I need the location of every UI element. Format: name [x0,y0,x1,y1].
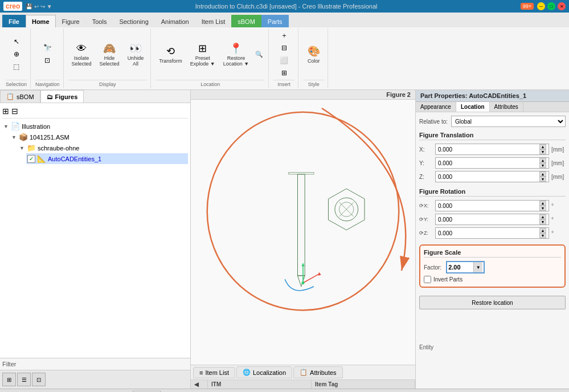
tab-home[interactable]: Home [26,15,56,27]
tab-tools[interactable]: Tools [86,15,113,27]
color-button[interactable]: 🎨 Color [304,42,324,66]
hide-selected-button[interactable]: 🙈 HideSelected [96,39,123,69]
subtab-appearance[interactable]: Appearance [416,102,456,112]
rx-input-box: ▲ ▼ [435,200,549,211]
rx-spin-up[interactable]: ▲ [539,201,546,206]
subtab-location[interactable]: Location [456,102,490,112]
tab-figure[interactable]: Figure [56,15,86,27]
nav-btn-2[interactable]: ⊡ [40,55,55,66]
ribbon-tab-bar: File Home Figure Tools Sectioning Animat… [0,13,569,27]
view-btn-2[interactable]: ☰ [17,373,31,386]
tz-input[interactable] [438,174,539,180]
tab-item-list[interactable]: Item List [195,15,232,27]
tree-expand-icon[interactable]: ⊞ [2,107,9,116]
tz-spin-down[interactable]: ▼ [539,177,546,182]
tab-sectioning[interactable]: Sectioning [113,15,154,27]
insert-btn-3[interactable]: ⬜ [277,55,292,66]
rx-spin-down[interactable]: ▼ [539,206,546,211]
insert-label: Insert [273,80,294,87]
minimize-button[interactable]: ─ [537,2,545,10]
rz-spin-down[interactable]: ▼ [539,233,546,238]
restore-location-btn[interactable]: Restore location [419,296,566,309]
tab-item-list[interactable]: ≡ Item List [193,367,235,378]
rx-input[interactable] [438,203,539,209]
rz-input-box: ▲ ▼ [435,227,549,239]
tx-spin-down[interactable]: ▼ [539,149,546,154]
tab-sbom[interactable]: sBOM [231,15,261,27]
select-btn-2[interactable]: ⊕ [9,48,24,60]
insert-btn-1[interactable]: ＋ [277,30,292,41]
ry-spinner[interactable]: ▲ ▼ [539,214,546,224]
tab-file[interactable]: File [2,15,26,27]
close-button[interactable]: ✕ [558,2,566,10]
ty-spin-down[interactable]: ▼ [539,163,546,168]
view-btn-3[interactable]: ⊡ [32,373,46,386]
insert-btn-2[interactable]: ⊟ [277,42,292,54]
ry-spin-down[interactable]: ▼ [539,219,546,224]
invert-parts-label: Invert Parts [433,276,462,283]
canvas-header: Figure 2 [191,90,415,100]
ty-spinner[interactable]: ▲ ▼ [539,158,546,168]
right-panel-subtabs: Appearance Location Attributes [416,102,569,112]
filter-label: Filter [2,361,16,368]
canvas-area[interactable] [191,100,415,365]
right-panel: Part Properties: AutoCADEntities_1 Appea… [415,90,569,389]
ty-input[interactable] [438,160,539,166]
tx-spin-up[interactable]: ▲ [539,144,546,149]
ry-label: ⟳Y: [419,217,433,222]
tree-item-schraube[interactable]: ▼ 📁 schraube-ohne [18,142,188,153]
tab-figures-tree[interactable]: 🗂 Figures [40,90,84,103]
tz-spinner[interactable]: ▲ ▼ [539,172,546,182]
location-buttons: ⟲ Transform ⊞ PresetExplode ▼ 📍 RestoreL… [155,30,265,79]
restore-location-button[interactable]: 📍 RestoreLocation ▼ [220,39,252,69]
tab-animation[interactable]: Animation [155,15,195,27]
isolate-selected-button[interactable]: 👁 IsolateSelected [68,39,95,69]
rz-spinner[interactable]: ▲ ▼ [539,228,546,238]
rz-input[interactable] [438,230,539,236]
factor-dropdown[interactable]: ▼ [473,262,482,272]
factor-input[interactable] [448,264,473,271]
view-btn-1[interactable]: ⊞ [2,373,16,386]
tab-localization[interactable]: 🌐 Localization [236,366,292,378]
transform-icon: ⟲ [163,44,177,58]
svg-point-13 [301,281,304,284]
invert-parts-checkbox[interactable] [424,276,431,283]
style-buttons: 🎨 Color [304,30,324,79]
subtab-attributes[interactable]: Attributes [490,102,523,112]
maximize-button[interactable]: □ [547,2,555,10]
tab-parts[interactable]: Parts [261,15,289,27]
ry-input[interactable] [438,217,539,223]
rx-spinner[interactable]: ▲ ▼ [539,201,546,211]
display-label: Display [68,80,148,87]
tree-item-asm[interactable]: ▼ 📦 1041251.ASM [10,132,188,142]
tab-attributes[interactable]: 📋 Attributes [293,366,342,378]
location-search-btn[interactable]: 🔍 [253,51,265,58]
factor-label: Factor: [424,264,441,271]
unhide-all-button[interactable]: 👀 UnhideAll [124,39,148,69]
select-btn-1[interactable]: ↖ [9,36,24,47]
ry-spin-up[interactable]: ▲ [539,214,546,219]
tree-collapse-icon[interactable]: ⊟ [11,107,18,116]
ty-spin-up[interactable]: ▲ [539,158,546,163]
nav-btn-1[interactable]: 🔭 [40,42,55,54]
preset-explode-button[interactable]: ⊞ PresetExplode ▼ [187,39,219,69]
tx-input-box: 0.000 ▲ ▼ [435,144,549,155]
window-controls[interactable]: ─ □ ✕ [537,2,566,10]
tree-toolbar: ⊞ ⊟ [2,105,188,119]
rz-spin-up[interactable]: ▲ [539,228,546,233]
autocad-checkbox[interactable]: ✓ [27,155,35,163]
insert-btn-4[interactable]: ⊞ [277,67,292,79]
select-btn-3[interactable]: ⬚ [9,61,24,72]
transform-button[interactable]: ⟲ Transform [155,42,186,66]
tree-item-autocad[interactable]: ✓ 📐 AutoCADEntities_1 [26,153,188,164]
tab-sbom-tree[interactable]: 📋 sBOM [0,90,40,103]
tx-input[interactable]: 0.000 [438,146,539,153]
insert-icon-1: ＋ [280,31,289,40]
relative-to-select[interactable]: Global [451,116,566,127]
nav-icon-group: 🔭 ⊡ [40,42,55,66]
tz-spin-up[interactable]: ▲ [539,172,546,177]
tx-spinner[interactable]: ▲ ▼ [539,144,546,154]
style-label: Style [303,80,324,87]
ry-input-box: ▲ ▼ [435,214,549,225]
tree-item-illustration[interactable]: ▼ 📄 Illustration [2,121,188,132]
